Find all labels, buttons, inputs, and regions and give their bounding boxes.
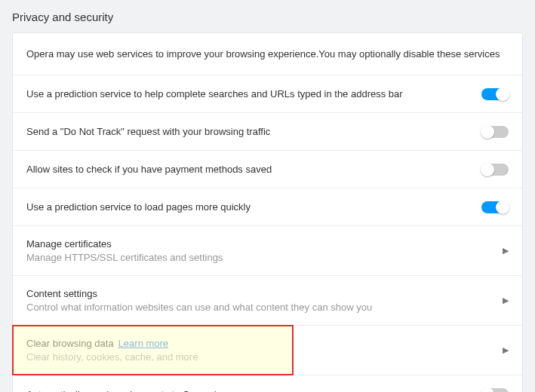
prediction-load-toggle[interactable] <box>481 201 509 213</box>
prediction-load-label: Use a prediction service to load pages m… <box>26 201 481 213</box>
intro-row: Opera may use web services to improve yo… <box>13 33 522 75</box>
clear-browsing-data-row[interactable]: Clear browsing dataLearn more Clear hist… <box>13 326 522 375</box>
clear-browsing-data-sub: Clear history, cookies, cache, and more <box>26 351 493 363</box>
dnt-label: Send a "Do Not Track" request with your … <box>26 126 481 137</box>
settings-panel: Opera may use web services to improve yo… <box>12 32 523 392</box>
prediction-load-row[interactable]: Use a prediction service to load pages m… <box>13 188 522 226</box>
chevron-right-icon: ▶ <box>503 345 509 355</box>
content-settings-label: Content settings <box>26 288 493 299</box>
prediction-search-label: Use a prediction service to help complet… <box>26 88 481 100</box>
prediction-search-row[interactable]: Use a prediction service to help complet… <box>13 75 522 113</box>
certificates-label: Manage certificates <box>26 238 493 250</box>
content-settings-row[interactable]: Content settings Control what informatio… <box>13 276 522 326</box>
clear-browsing-data-label: Clear browsing dataLearn more <box>26 338 493 349</box>
payment-row[interactable]: Allow sites to check if you have payment… <box>13 151 522 188</box>
payment-label: Allow sites to check if you have payment… <box>26 164 481 175</box>
crash-reports-toggle[interactable] <box>481 388 509 392</box>
prediction-search-toggle[interactable] <box>481 88 509 100</box>
crash-reports-label: Automatically send crash reports to Oper… <box>26 389 481 393</box>
intro-text: Opera may use web services to improve yo… <box>26 48 509 60</box>
dnt-row[interactable]: Send a "Do Not Track" request with your … <box>13 113 522 151</box>
clear-learn-more-link[interactable]: Learn more <box>118 338 168 349</box>
chevron-right-icon: ▶ <box>503 296 509 305</box>
certificates-sub: Manage HTTPS/SSL certificates and settin… <box>26 252 493 263</box>
certificates-row[interactable]: Manage certificates Manage HTTPS/SSL cer… <box>13 226 522 276</box>
dnt-toggle[interactable] <box>481 126 509 138</box>
content-settings-sub: Control what information websites can us… <box>26 302 493 313</box>
page-title: Privacy and security <box>0 0 535 32</box>
payment-toggle[interactable] <box>481 164 509 176</box>
chevron-right-icon: ▶ <box>503 246 509 256</box>
crash-reports-row[interactable]: Automatically send crash reports to Oper… <box>13 375 522 392</box>
crash-learn-more-link[interactable]: Learn more <box>214 389 264 393</box>
